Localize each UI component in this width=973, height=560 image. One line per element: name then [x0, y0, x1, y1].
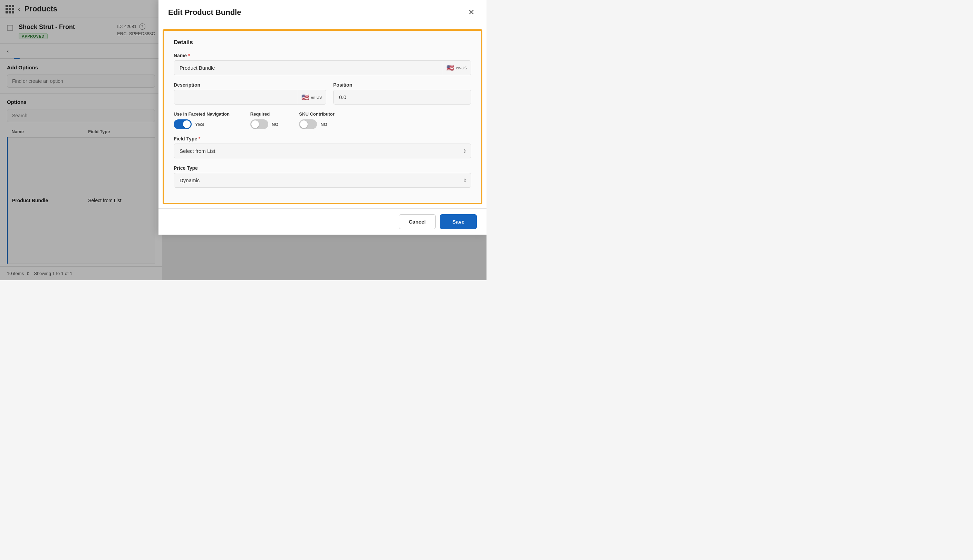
field-type-select-wrap: Select from List ⇕ — [174, 143, 471, 158]
sku-contributor-label: SKU Contributor — [299, 112, 334, 117]
required-toggle-group: Required NO — [250, 112, 279, 129]
faceted-nav-toggle-wrap: YES — [174, 119, 230, 129]
details-section-title: Details — [174, 39, 471, 46]
description-position-row: Description 🇺🇸 en-US Position — [174, 82, 471, 105]
faceted-nav-toggle-group: Use in Faceted Navigation YES — [174, 112, 230, 129]
position-input[interactable] — [334, 90, 471, 104]
modal-overlay: Edit Product Bundle ✕ Details Name * 🇺🇸 … — [0, 0, 486, 280]
sku-contributor-toggle[interactable] — [299, 119, 317, 129]
sku-contributor-toggle-wrap: NO — [299, 119, 334, 129]
position-input-wrap — [333, 90, 471, 105]
edit-product-bundle-modal: Edit Product Bundle ✕ Details Name * 🇺🇸 … — [159, 0, 486, 235]
field-type-label: Field Type * — [174, 136, 471, 142]
sku-contributor-toggle-group: SKU Contributor NO — [299, 112, 334, 129]
required-label: Required — [250, 112, 279, 117]
modal-body: Details Name * 🇺🇸 en-US Description — [163, 29, 482, 204]
position-label: Position — [333, 82, 471, 88]
toggles-row: Use in Faceted Navigation YES Required — [174, 112, 471, 129]
field-type-row: Field Type * Select from List ⇕ — [174, 136, 471, 158]
price-type-label: Price Type — [174, 165, 471, 171]
required-value: NO — [272, 122, 279, 127]
description-input[interactable] — [174, 90, 297, 104]
faceted-nav-value: YES — [195, 122, 204, 127]
modal-header: Edit Product Bundle ✕ — [159, 0, 486, 25]
save-button[interactable]: Save — [440, 214, 477, 229]
price-type-select-wrap: Dynamic ⇕ — [174, 173, 471, 188]
name-field-row: Name * 🇺🇸 en-US — [174, 53, 471, 75]
required-toggle[interactable] — [250, 119, 268, 129]
modal-footer: Cancel Save — [159, 208, 486, 235]
modal-title: Edit Product Bundle — [168, 8, 241, 17]
position-field: Position — [333, 82, 471, 105]
price-type-select[interactable]: Dynamic — [174, 173, 471, 187]
description-label: Description — [174, 82, 326, 88]
name-input-wrap: 🇺🇸 en-US — [174, 60, 471, 75]
faceted-nav-toggle[interactable] — [174, 119, 192, 129]
modal-close-button[interactable]: ✕ — [466, 7, 477, 18]
name-lang-badge: 🇺🇸 en-US — [442, 61, 471, 75]
name-input[interactable] — [174, 61, 442, 75]
required-toggle-wrap: NO — [250, 119, 279, 129]
name-label: Name * — [174, 53, 471, 58]
description-lang-badge: 🇺🇸 en-US — [297, 90, 326, 104]
description-input-wrap: 🇺🇸 en-US — [174, 90, 326, 105]
faceted-nav-label: Use in Faceted Navigation — [174, 112, 230, 117]
cancel-button[interactable]: Cancel — [399, 214, 436, 229]
description-field: Description 🇺🇸 en-US — [174, 82, 326, 105]
price-type-row: Price Type Dynamic ⇕ — [174, 165, 471, 188]
field-type-select[interactable]: Select from List — [174, 144, 471, 158]
sku-contributor-value: NO — [320, 122, 327, 127]
